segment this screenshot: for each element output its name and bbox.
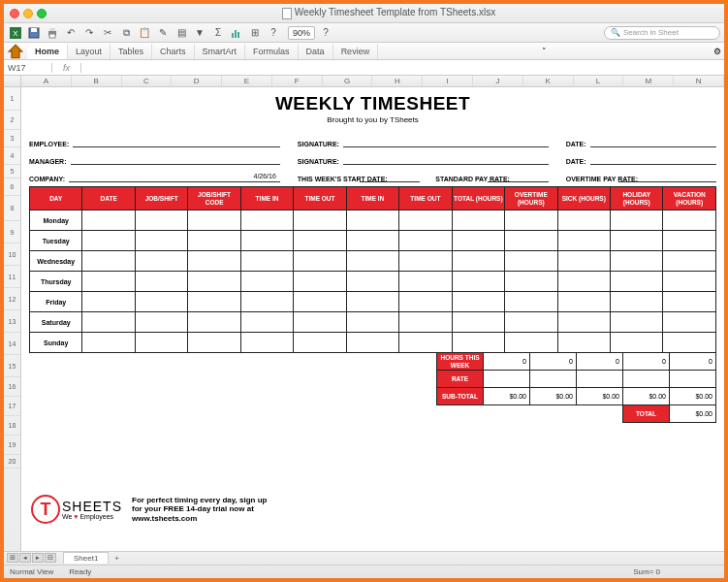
- company-field[interactable]: 4/26/16: [69, 173, 280, 182]
- stdrate-field[interactable]: [488, 173, 548, 182]
- hours-vacation[interactable]: 0: [670, 353, 716, 371]
- tab-tables[interactable]: Tables: [111, 44, 152, 59]
- col-j[interactable]: J: [473, 76, 523, 86]
- row-18[interactable]: 18: [4, 416, 20, 436]
- date1-field[interactable]: [590, 138, 716, 147]
- row-wednesday[interactable]: Wednesday: [30, 251, 716, 272]
- zoom-help-icon[interactable]: ?: [318, 25, 333, 41]
- tab-formulas[interactable]: Formulas: [245, 44, 299, 59]
- row-8[interactable]: 8: [4, 196, 20, 221]
- sum-icon[interactable]: Σ: [210, 25, 226, 41]
- col-b[interactable]: B: [72, 76, 122, 86]
- row-11[interactable]: 11: [4, 266, 20, 288]
- row-4[interactable]: 4: [4, 147, 20, 165]
- row-saturday[interactable]: Saturday: [30, 312, 716, 333]
- sub-holiday[interactable]: $0.00: [623, 388, 670, 405]
- hours-ot[interactable]: 0: [530, 353, 577, 371]
- tab-home[interactable]: Home: [27, 44, 68, 59]
- row-13[interactable]: 13: [4, 310, 20, 333]
- col-d[interactable]: D: [172, 76, 222, 86]
- rate-ot[interactable]: [530, 371, 577, 388]
- col-c[interactable]: C: [122, 76, 173, 86]
- hours-holiday[interactable]: 0: [623, 353, 670, 371]
- date2-field[interactable]: [590, 155, 716, 165]
- cell-reference[interactable]: W17: [4, 63, 52, 73]
- row-2[interactable]: 2: [4, 111, 20, 130]
- sub-sick[interactable]: $0.00: [577, 388, 623, 405]
- row-16[interactable]: 16: [4, 377, 20, 397]
- hours-sick[interactable]: 0: [577, 353, 623, 371]
- row-6[interactable]: 6: [4, 178, 20, 196]
- sheet-tab[interactable]: Sheet1: [63, 552, 109, 564]
- sheet-first-icon[interactable]: ⊞: [7, 553, 18, 563]
- manager-field[interactable]: [71, 155, 280, 165]
- select-all-corner[interactable]: [4, 76, 21, 86]
- col-k[interactable]: K: [523, 76, 574, 86]
- undo-icon[interactable]: ↶: [63, 25, 79, 41]
- format-icon[interactable]: ✎: [155, 25, 171, 41]
- col-i[interactable]: I: [423, 76, 473, 86]
- col-f[interactable]: F: [272, 76, 323, 86]
- hours-total[interactable]: 0: [484, 353, 530, 371]
- chart-icon[interactable]: [229, 25, 244, 41]
- print-icon[interactable]: [45, 25, 60, 41]
- tab-smartart[interactable]: SmartArt: [195, 44, 246, 59]
- maximize-button[interactable]: [37, 9, 47, 18]
- redo-icon[interactable]: ↷: [81, 25, 97, 41]
- row-12[interactable]: 12: [4, 288, 20, 310]
- sheet-next-icon[interactable]: ▸: [32, 553, 44, 563]
- signature1-field[interactable]: [343, 138, 549, 147]
- save-icon[interactable]: [26, 25, 42, 41]
- row-tuesday[interactable]: Tuesday: [30, 231, 716, 251]
- otrate-field[interactable]: [618, 173, 716, 182]
- row-20[interactable]: 20: [4, 455, 20, 469]
- employee-field[interactable]: [73, 138, 280, 147]
- minimize-button[interactable]: [23, 9, 33, 18]
- zoom-level[interactable]: 90%: [288, 26, 315, 40]
- sort-icon[interactable]: ▤: [174, 25, 189, 41]
- row-friday[interactable]: Friday: [30, 292, 716, 312]
- worksheet-content[interactable]: WEEKLY TIMESHEET Brought to you by TShee…: [21, 87, 724, 551]
- row-3[interactable]: 3: [4, 130, 20, 147]
- col-h[interactable]: H: [372, 76, 423, 86]
- row-17[interactable]: 17: [4, 397, 20, 416]
- row-14[interactable]: 14: [4, 333, 20, 355]
- col-a[interactable]: A: [21, 76, 72, 86]
- rate-sick[interactable]: [577, 371, 623, 388]
- row-19[interactable]: 19: [4, 436, 20, 455]
- row-thursday[interactable]: Thursday: [30, 272, 716, 292]
- sub-ot[interactable]: $0.00: [530, 388, 577, 405]
- copy-icon[interactable]: ⧉: [118, 25, 134, 41]
- col-e[interactable]: E: [222, 76, 272, 86]
- rate-total[interactable]: [484, 371, 530, 388]
- excel-icon[interactable]: X: [8, 25, 23, 41]
- tab-layout[interactable]: Layout: [68, 44, 111, 59]
- col-n[interactable]: N: [674, 76, 724, 86]
- add-sheet-button[interactable]: +: [109, 553, 125, 564]
- tab-charts[interactable]: Charts: [152, 44, 195, 59]
- rate-holiday[interactable]: [623, 371, 670, 388]
- sheet-last-icon[interactable]: ⊟: [45, 553, 56, 563]
- row-sunday[interactable]: Sunday: [30, 333, 716, 353]
- table-icon[interactable]: ⊞: [247, 25, 263, 41]
- filter-icon[interactable]: ▼: [192, 25, 207, 41]
- rate-vacation[interactable]: [670, 371, 716, 388]
- tab-data[interactable]: Data: [299, 44, 333, 59]
- tab-review[interactable]: Review: [333, 44, 379, 59]
- close-button[interactable]: [10, 9, 19, 18]
- view-mode[interactable]: Normal View: [10, 567, 53, 576]
- grand-total[interactable]: $0.00: [670, 405, 716, 423]
- fx-label[interactable]: fx: [52, 63, 81, 73]
- row-9[interactable]: 9: [4, 221, 20, 243]
- cut-icon[interactable]: ✂: [100, 25, 115, 41]
- help-icon[interactable]: ?: [266, 25, 281, 41]
- row-5[interactable]: 5: [4, 165, 20, 178]
- col-m[interactable]: M: [623, 76, 674, 86]
- col-l[interactable]: L: [574, 76, 624, 86]
- sheet-prev-icon[interactable]: ◂: [19, 553, 31, 563]
- sub-total[interactable]: $0.00: [484, 388, 530, 405]
- ribbon-collapse-icon[interactable]: ˅: [538, 45, 552, 58]
- row-1[interactable]: 1: [4, 87, 20, 111]
- weekstart-field[interactable]: [360, 173, 420, 182]
- sub-vacation[interactable]: $0.00: [670, 388, 716, 405]
